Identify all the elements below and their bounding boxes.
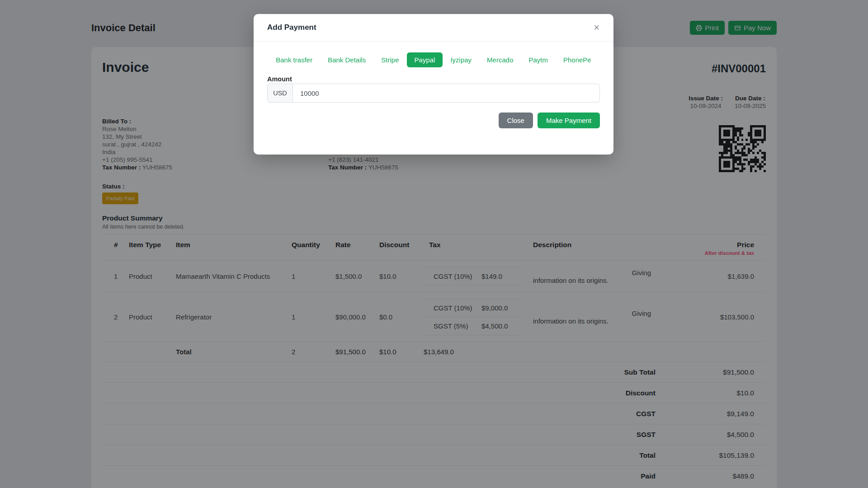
make-payment-button[interactable]: Make Payment [538, 113, 600, 128]
modal-title: Add Payment [267, 23, 316, 32]
tab-paypal[interactable]: Paypal [407, 52, 443, 67]
tab-mercado[interactable]: Mercado [479, 52, 521, 67]
payment-method-tabs: Bank trasfer Bank Details Stripe Paypal … [254, 52, 613, 67]
amount-input[interactable] [293, 84, 600, 103]
tab-bank-details[interactable]: Bank Details [320, 52, 373, 67]
tab-paytm[interactable]: Paytm [521, 52, 556, 67]
amount-input-group: USD [267, 84, 600, 103]
close-button[interactable]: Close [499, 113, 533, 128]
add-payment-modal: Add Payment ✕ Bank trasfer Bank Details … [254, 14, 613, 155]
tab-stripe[interactable]: Stripe [373, 52, 406, 67]
tab-phonepe[interactable]: PhonePe [556, 52, 599, 67]
close-icon[interactable]: ✕ [594, 24, 600, 32]
tab-bank-transfer[interactable]: Bank trasfer [268, 52, 320, 67]
tab-iyzipay[interactable]: Iyzipay [443, 52, 479, 67]
currency-addon: USD [267, 84, 293, 103]
amount-label: Amount [267, 75, 600, 83]
